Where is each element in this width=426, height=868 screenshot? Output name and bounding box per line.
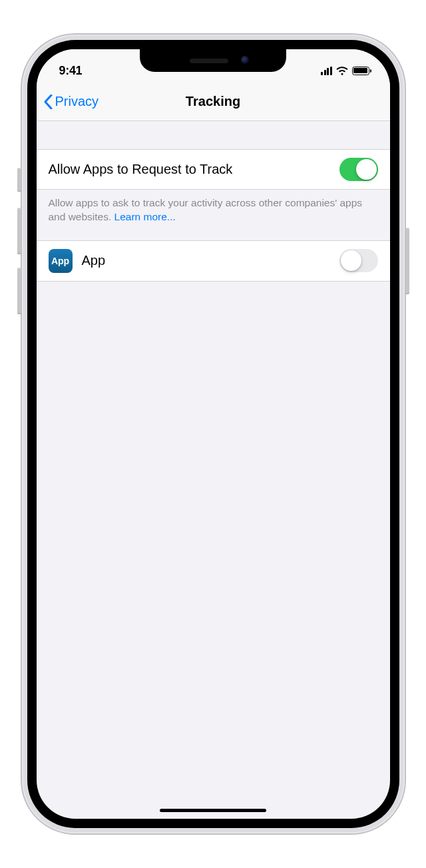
navigation-bar: Privacy Tracking	[37, 83, 390, 121]
speaker-grill	[190, 59, 228, 63]
toggle-knob	[356, 159, 377, 180]
front-camera	[241, 56, 249, 64]
phone-bezel: 9:41 Privacy	[27, 40, 399, 828]
app-tracking-row: App App	[37, 240, 390, 282]
volume-down-button	[17, 268, 21, 314]
screen: 9:41 Privacy	[37, 49, 390, 819]
allow-tracking-toggle[interactable]	[339, 158, 378, 181]
power-button	[405, 228, 409, 294]
volume-up-button	[17, 208, 21, 254]
phone-frame: 9:41 Privacy	[22, 35, 405, 833]
status-icons	[321, 66, 371, 75]
learn-more-link[interactable]: Learn more...	[114, 211, 176, 222]
page-title: Tracking	[186, 94, 240, 109]
app-name-label: App	[82, 253, 106, 268]
allow-tracking-label: Allow Apps to Request to Track	[49, 162, 233, 177]
mute-switch	[17, 168, 21, 192]
allow-apps-to-track-row: Allow Apps to Request to Track	[37, 149, 390, 190]
back-button[interactable]: Privacy	[43, 94, 99, 109]
notch	[140, 49, 286, 72]
battery-icon	[352, 67, 371, 75]
cellular-signal-icon	[321, 67, 332, 75]
footer-explainer: Allow apps to ask to track your activity…	[37, 190, 390, 240]
status-time: 9:41	[59, 64, 83, 78]
home-indicator[interactable]	[160, 809, 266, 812]
app-tracking-toggle[interactable]	[339, 249, 378, 272]
back-label: Privacy	[55, 94, 99, 109]
app-icon: App	[49, 249, 73, 273]
chevron-left-icon	[43, 95, 53, 109]
footer-text: Allow apps to ask to track your activity…	[49, 197, 363, 222]
toggle-knob	[341, 250, 361, 271]
wifi-icon	[336, 66, 348, 75]
content-area: Allow Apps to Request to Track Allow app…	[37, 121, 390, 282]
